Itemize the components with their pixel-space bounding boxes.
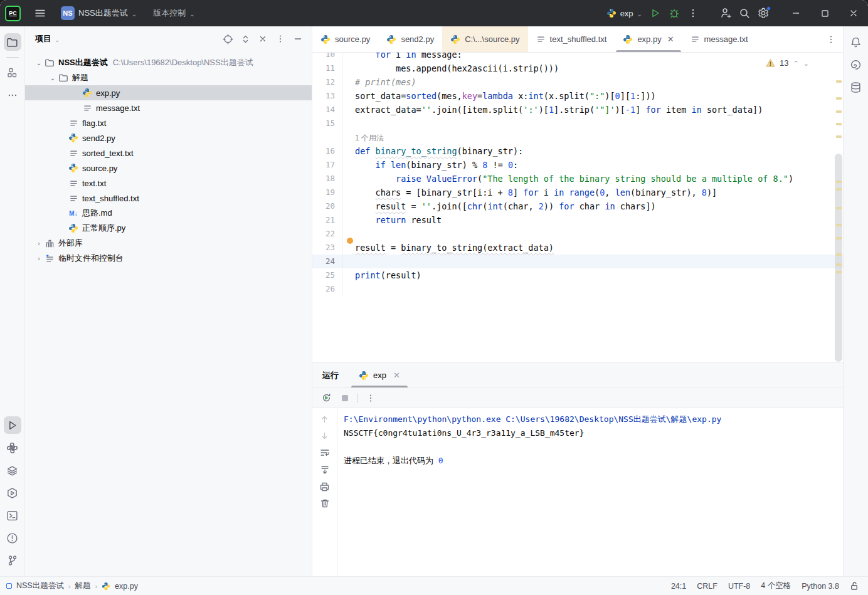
panel-options-button[interactable] <box>273 31 288 46</box>
line-separator[interactable]: CRLF <box>697 582 717 591</box>
tree-item-正常顺序-py[interactable]: 正常顺序.py <box>25 221 312 236</box>
maximize-button[interactable] <box>810 0 839 26</box>
structure-tool-button[interactable] <box>4 64 21 82</box>
prev-warning-button[interactable]: ⌃ <box>793 60 799 68</box>
clear-console-button[interactable] <box>319 498 331 509</box>
intention-bulb-icon[interactable] <box>347 238 353 244</box>
tree-item-解题[interactable]: ⌄解题 <box>25 70 312 85</box>
warning-stripe-mark[interactable] <box>836 224 842 226</box>
warning-stripe-mark[interactable] <box>836 135 842 138</box>
warning-stripe-mark[interactable] <box>836 253 842 256</box>
more-tools-button[interactable] <box>4 87 21 104</box>
editor-scrollbar[interactable] <box>835 154 842 362</box>
settings-button[interactable] <box>754 4 773 23</box>
project-panel-title[interactable]: 项目 <box>35 33 51 45</box>
project-tool-button[interactable] <box>4 33 21 51</box>
editor-tab-message-txt[interactable]: message.txt <box>682 26 756 52</box>
warning-stripe-mark[interactable] <box>836 188 842 191</box>
close-button[interactable] <box>839 0 868 26</box>
tree-item-source-py[interactable]: source.py <box>25 161 312 176</box>
usages-inlay-hint[interactable]: 1 个用法 <box>355 134 384 142</box>
services-play-button[interactable] <box>4 484 21 502</box>
editor-tab-source-py[interactable]: source.py <box>312 26 378 52</box>
expand-collapse-button[interactable] <box>238 31 253 46</box>
up-stacktrace-button[interactable] <box>319 413 331 424</box>
run-config-selector[interactable]: exp ⌄ <box>603 8 646 18</box>
inspections-widget[interactable]: 13 ⌃ ⌄ <box>763 57 812 69</box>
warning-stripe-mark[interactable] <box>836 97 842 100</box>
ai-assistant-button[interactable] <box>847 56 865 73</box>
git-button[interactable] <box>4 552 21 569</box>
run-panel-title[interactable]: 运行 <box>322 370 339 381</box>
locate-file-button[interactable] <box>220 31 235 46</box>
down-stacktrace-button[interactable] <box>319 430 331 441</box>
editor-tab-text-shuffled-txt[interactable]: text_shuffled.txt <box>528 26 615 52</box>
run-button[interactable] <box>646 4 665 23</box>
tree-item-sorted-text-txt[interactable]: sorted_text.txt <box>25 145 312 161</box>
editor-tab-c-source-py[interactable]: C:\...\source.py <box>442 26 527 52</box>
next-warning-button[interactable]: ⌄ <box>803 60 809 68</box>
problems-button[interactable] <box>4 529 21 547</box>
tree-item-flag-txt[interactable]: flag.txt <box>25 115 312 130</box>
python-interpreter[interactable]: Python 3.8 <box>802 582 839 591</box>
warning-stripe-mark[interactable] <box>836 123 842 125</box>
editor-tab-exp-py[interactable]: exp.py✕ <box>615 26 682 52</box>
rerun-button[interactable] <box>320 392 332 404</box>
run-tool-button[interactable] <box>4 416 21 434</box>
breadcrumb-project[interactable]: NSS出题尝试 <box>16 581 64 591</box>
breadcrumb-file[interactable]: exp.py <box>115 582 138 591</box>
editor-tab-send2-py[interactable]: send2.py <box>378 26 442 52</box>
collapse-all-button[interactable] <box>255 31 270 46</box>
chevron-right-icon[interactable]: › <box>34 240 44 247</box>
chevron-down-icon[interactable]: ⌄ <box>48 75 58 82</box>
services-button[interactable] <box>4 461 21 479</box>
lock-open-icon[interactable] <box>850 581 859 591</box>
tree-item-nss出题尝试[interactable]: ⌄NSS出题尝试C:\Users\19682\Desktop\NSS出题尝试 <box>25 55 312 70</box>
tab-list-button[interactable] <box>819 26 843 52</box>
run-options-button[interactable] <box>364 392 377 404</box>
tree-item-思路-md[interactable]: M↓思路.md <box>25 206 312 221</box>
hide-panel-button[interactable] <box>290 31 305 46</box>
breadcrumb-folder[interactable]: 解题 <box>75 581 90 591</box>
warning-stripe-mark[interactable] <box>836 263 842 266</box>
warning-stripe-mark[interactable] <box>836 181 842 183</box>
minimize-button[interactable] <box>781 0 810 26</box>
tree-item-exp-py[interactable]: exp.py <box>25 85 312 100</box>
tree-item-send2-py[interactable]: send2.py <box>25 130 312 145</box>
hamburger-menu[interactable] <box>31 4 50 23</box>
more-run-actions-button[interactable] <box>684 4 702 23</box>
chevron-right-icon[interactable]: › <box>34 255 44 262</box>
project-widget[interactable]: NS NSS出题尝试 ⌄ <box>56 4 142 23</box>
warning-stripe-mark[interactable] <box>836 237 842 240</box>
tree-item-text-shuffled-txt[interactable]: text_shuffled.txt <box>25 191 312 206</box>
run-tab-exp[interactable]: exp ✕ <box>355 363 404 387</box>
warning-stripe-mark[interactable] <box>836 80 842 83</box>
code-with-me-button[interactable] <box>716 4 735 23</box>
close-tab-icon[interactable]: ✕ <box>667 34 674 44</box>
caret-position[interactable]: 24:1 <box>671 582 686 591</box>
code-editor[interactable]: 10 for i in message:11 mes.append(hex2as… <box>312 53 843 362</box>
tree-item-message-txt[interactable]: message.txt <box>25 100 312 115</box>
soft-wrap-button[interactable] <box>319 447 331 458</box>
warning-stripe-mark[interactable] <box>836 110 842 113</box>
scroll-to-end-button[interactable] <box>319 464 331 475</box>
print-button[interactable] <box>319 481 331 492</box>
vcs-widget[interactable]: 版本控制 ⌄ <box>148 4 199 23</box>
database-button[interactable] <box>847 78 865 96</box>
warning-stripe-mark[interactable] <box>836 207 842 209</box>
file-encoding[interactable]: UTF-8 <box>728 582 750 591</box>
debug-button[interactable] <box>665 4 684 23</box>
tree-item-外部库[interactable]: ›外部库 <box>25 236 312 251</box>
notifications-button[interactable] <box>847 33 865 51</box>
warning-stripe-mark[interactable] <box>836 271 842 273</box>
close-icon[interactable]: ✕ <box>393 371 400 380</box>
search-everywhere-button[interactable] <box>735 4 754 23</box>
console-output[interactable]: F:\Environment\python\python.exe C:\User… <box>337 408 843 576</box>
tree-item-text-txt[interactable]: text.txt <box>25 176 312 191</box>
tree-item-临时文件和控制台[interactable]: ›临时文件和控制台 <box>25 251 312 266</box>
indent-setting[interactable]: 4 个空格 <box>761 581 791 591</box>
stop-button[interactable] <box>339 392 351 404</box>
chevron-down-icon[interactable]: ⌄ <box>34 60 44 66</box>
python-console-button[interactable] <box>4 439 21 456</box>
terminal-button[interactable] <box>4 507 21 524</box>
